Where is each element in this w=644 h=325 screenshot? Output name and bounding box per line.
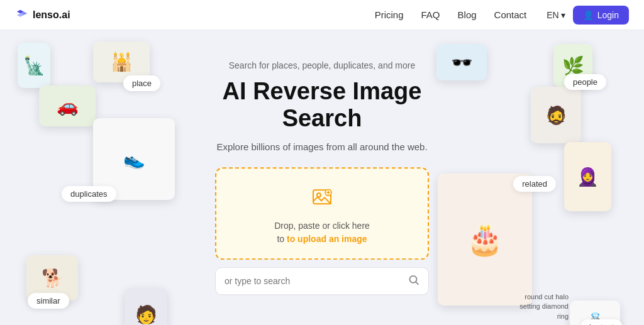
search-bar[interactable] bbox=[215, 267, 429, 295]
upload-image-icon bbox=[229, 186, 415, 213]
duplicates-tag: duplicates bbox=[62, 186, 116, 202]
login-button[interactable]: 👤 Login bbox=[573, 6, 629, 25]
upload-area[interactable]: Drop, paste or click here to to upload a… bbox=[215, 167, 429, 260]
navbar: lenso.ai Pricing FAQ Blog Contact EN ▾ 👤… bbox=[0, 0, 644, 30]
ring-label: round cut halo setting diamond ring bbox=[518, 292, 569, 321]
glasses-image: 🕶️ bbox=[436, 44, 487, 80]
nav-contact[interactable]: Contact bbox=[494, 9, 527, 20]
statue-image: 🗽 bbox=[18, 43, 50, 88]
logo-icon bbox=[15, 8, 29, 22]
hero-subtitle: Search for places, people, duplicates, a… bbox=[215, 60, 429, 70]
cake-image: 🎂 bbox=[438, 174, 532, 306]
nav-pricing[interactable]: Pricing bbox=[375, 9, 404, 20]
by-text-tag: by-text bbox=[580, 319, 623, 325]
nav-faq[interactable]: FAQ bbox=[421, 9, 440, 20]
logo[interactable]: lenso.ai bbox=[15, 8, 70, 22]
woman-image: 🧕 bbox=[564, 142, 611, 211]
similar-tag: similar bbox=[28, 293, 69, 309]
hero-description: Explore billions of images from all arou… bbox=[215, 141, 429, 152]
chevron-down-icon: ▾ bbox=[561, 10, 565, 20]
truck-image: 🚗 bbox=[39, 85, 96, 126]
nav-blog[interactable]: Blog bbox=[458, 9, 477, 20]
people-tag: people bbox=[564, 74, 606, 90]
nav-right: EN ▾ 👤 Login bbox=[547, 6, 629, 25]
search-button[interactable] bbox=[408, 274, 419, 288]
person-image: 🧑 bbox=[125, 288, 167, 325]
place-tag: place bbox=[123, 75, 160, 91]
nav-links: Pricing FAQ Blog Contact bbox=[375, 9, 527, 20]
upload-to-text: to bbox=[277, 234, 287, 244]
hero-title: AI Reverse Image Search bbox=[215, 78, 429, 133]
man-image: 🧔 bbox=[531, 87, 581, 143]
main-content: 🗽 🕌 🚗 👟 🐕 🧑 🕶️ 🌿 bbox=[0, 30, 644, 325]
language-selector[interactable]: EN ▾ bbox=[547, 10, 565, 20]
user-icon: 👤 bbox=[583, 10, 594, 20]
svg-point-3 bbox=[410, 276, 417, 283]
search-icon bbox=[408, 274, 419, 285]
hero-section: Search for places, people, duplicates, a… bbox=[215, 60, 429, 295]
upload-instruction: Drop, paste or click here to to upload a… bbox=[229, 219, 415, 246]
related-tag: related bbox=[513, 176, 556, 192]
search-input[interactable] bbox=[225, 276, 403, 286]
